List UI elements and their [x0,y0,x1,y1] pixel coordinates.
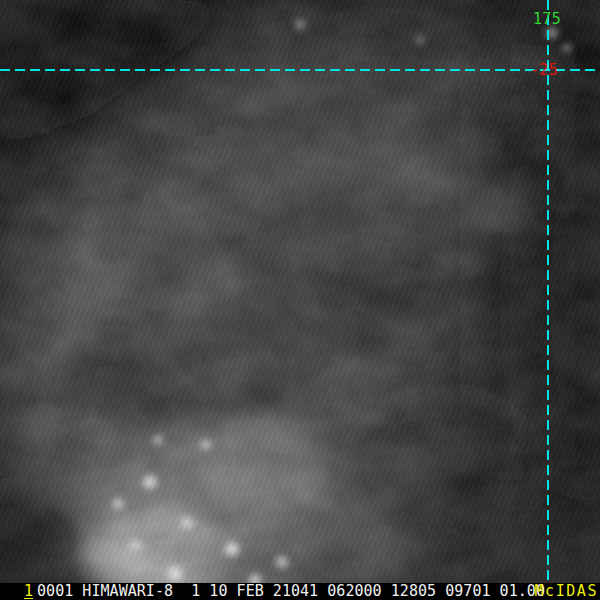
mcidas-brand-label: McIDAS [535,583,599,600]
image-info-label: 0001 HIMAWARI-8 1 10 FEB 21041 062000 12… [37,583,545,600]
frame-number-label: 1 [24,583,33,600]
map-grid-overlay [0,0,600,583]
mcidas-window: 175 -25 1 0001 HIMAWARI-8 1 10 FEB 21041… [0,0,600,600]
status-bar: 1 0001 HIMAWARI-8 1 10 FEB 21041 062000 … [0,583,600,600]
latitude-label: -25 [530,63,558,77]
longitude-label: 175 [533,12,561,26]
